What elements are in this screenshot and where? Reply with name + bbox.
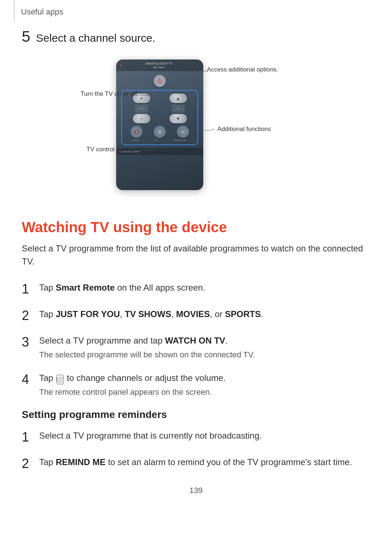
step5-text: Select a channel source. xyxy=(36,32,155,44)
phone-mockup: < Watching DISH TVMy room ⋮ ⏻ + VOL xyxy=(116,59,203,190)
page-border xyxy=(14,0,15,22)
menu-btn: ⊞ xyxy=(154,126,166,138)
ch-down-btn: ▼ xyxy=(170,114,187,123)
main-content: 5 Select a channel source. < Watching DI… xyxy=(0,0,392,517)
breadcrumb: Useful apps xyxy=(21,7,63,17)
icon-labels: Mute TV Play/Pause xyxy=(125,139,195,141)
substep-1: 1 Select a TV programme that is currentl… xyxy=(22,429,370,445)
power-button: ⏻ xyxy=(154,75,166,87)
section-title: Watching TV using the device xyxy=(22,219,370,235)
substep1-num: 1 xyxy=(22,429,33,445)
phone-title: Watching DISH TVMy room xyxy=(122,62,196,69)
step4-sub: The remote control panel appears on the … xyxy=(39,387,226,398)
step4-num: 4 xyxy=(22,372,33,387)
substep2-content: Tap REMIND ME to set an alarm to remind … xyxy=(39,456,352,469)
step5-number: 5 xyxy=(22,29,30,44)
annotation-options: Access additional options. xyxy=(207,66,278,73)
step3-num: 3 xyxy=(22,334,33,350)
arrow-left-icon: ← xyxy=(211,126,216,132)
power-btn-area: ⏻ xyxy=(116,75,203,87)
ch-up-btn: ▲ xyxy=(170,94,187,103)
control-box: + VOL − ▲ CH ▼ 🔇 ⊞ xyxy=(121,90,198,145)
subsection-title: Setting programme reminders xyxy=(22,409,370,420)
channel-guide-icon: ⌃ xyxy=(197,150,200,153)
movies-bold: MOVIES xyxy=(176,309,210,319)
vol-ch-row: + VOL − ▲ CH ▼ xyxy=(125,94,195,123)
step1-content: Tap Smart Remote on the All apps screen. xyxy=(39,281,205,294)
diagram-container: < Watching DISH TVMy room ⋮ ⏻ + VOL xyxy=(22,56,370,197)
step-2: 2 Tap JUST FOR YOU, TV SHOWS, MOVIES, or… xyxy=(22,308,370,323)
line-options xyxy=(201,71,208,71)
channel-column: ▲ CH ▼ xyxy=(162,94,195,123)
page-number: 139 xyxy=(22,486,370,495)
annotation-tv-control: TV control menus xyxy=(86,146,135,153)
vol-down-btn: − xyxy=(133,114,150,123)
substep2-num: 2 xyxy=(22,456,33,471)
ch-label: CH xyxy=(172,104,185,112)
phone-header: < Watching DISH TVMy room ⋮ xyxy=(116,59,203,71)
line-tv-power xyxy=(139,95,152,95)
remind-me-bold: REMIND ME xyxy=(56,457,105,467)
step1-num: 1 xyxy=(22,281,33,297)
tv-label: TV xyxy=(155,139,158,141)
phone-more-icon: ⋮ xyxy=(196,63,200,67)
volume-column: + VOL − xyxy=(125,94,158,123)
line-additional xyxy=(205,130,211,131)
remote-icon xyxy=(56,375,64,382)
step2-num: 2 xyxy=(22,308,33,323)
tvshows-bold: TV SHOWS xyxy=(125,309,171,319)
diagram-inner: < Watching DISH TVMy room ⋮ ⏻ + VOL xyxy=(80,56,312,197)
step3-sub: The selected programme will be shown on … xyxy=(39,349,255,361)
playpause-label: Play/Pause xyxy=(174,139,187,141)
playpause-btn: ⏯ xyxy=(177,126,189,138)
step-3: 3 Select a TV programme and tap WATCH ON… xyxy=(22,334,370,361)
substep1-content: Select a TV programme that is currently … xyxy=(39,429,262,442)
mute-btn: 🔇 xyxy=(130,126,143,138)
step2-content: Tap JUST FOR YOU, TV SHOWS, MOVIES, or S… xyxy=(39,308,263,321)
sports-bold: SPORTS xyxy=(225,309,261,319)
watch-on-tv-bold: WATCH ON TV xyxy=(165,336,225,345)
step5-header: 5 Select a channel source. xyxy=(22,29,370,44)
line-tv-control xyxy=(139,150,152,151)
annotation-tv-power: Turn the TV on or off. xyxy=(81,90,139,98)
jfy-bold: JUST FOR YOU xyxy=(56,309,120,319)
smart-remote-bold: Smart Remote xyxy=(56,283,115,292)
mute-label: Mute xyxy=(133,139,139,141)
step-1: 1 Tap Smart Remote on the All apps scree… xyxy=(22,281,370,297)
vol-label: VOL xyxy=(135,104,148,112)
step3-content: Select a TV programme and tap WATCH ON T… xyxy=(39,334,255,361)
substep-2: 2 Tap REMIND ME to set an alarm to remin… xyxy=(22,456,370,471)
step-4: 4 Tap to change channels or adjust the v… xyxy=(22,372,370,398)
step4-content: Tap to change channels or adjust the vol… xyxy=(39,372,226,398)
annotation-additional: ←Additional functions xyxy=(211,126,271,133)
section-intro: Select a TV programme from the list of a… xyxy=(22,242,370,268)
bottom-icons-row: 🔇 ⊞ ⏯ xyxy=(125,126,195,138)
